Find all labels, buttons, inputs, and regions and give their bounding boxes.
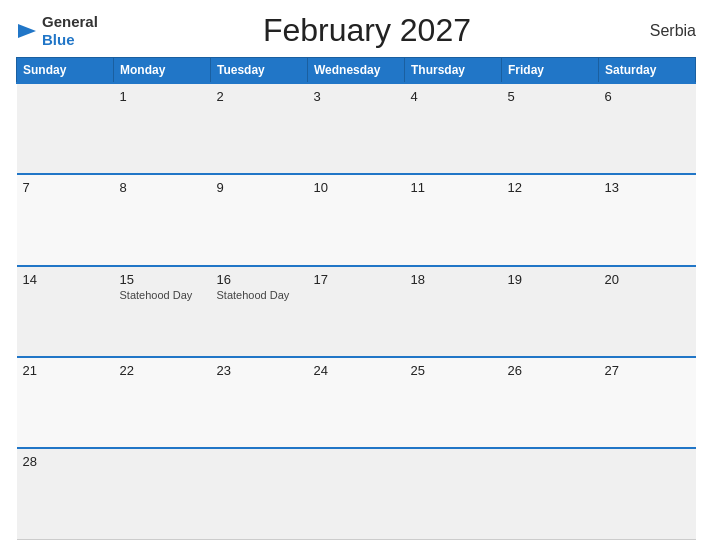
calendar-cell: 9 xyxy=(211,174,308,265)
calendar-cell xyxy=(211,448,308,539)
day-number: 23 xyxy=(217,363,302,378)
calendar-cell xyxy=(405,448,502,539)
calendar-cell xyxy=(502,448,599,539)
calendar-cell xyxy=(308,448,405,539)
day-number: 16 xyxy=(217,272,302,287)
calendar-body: 123456789101112131415Statehood Day16Stat… xyxy=(17,83,696,540)
calendar-week-row: 78910111213 xyxy=(17,174,696,265)
calendar-event: Statehood Day xyxy=(217,289,302,301)
calendar-cell: 13 xyxy=(599,174,696,265)
col-header-thursday: Thursday xyxy=(405,58,502,84)
logo-general-text: General xyxy=(42,13,98,30)
calendar-cell: 2 xyxy=(211,83,308,174)
logo-text: General Blue xyxy=(42,13,98,49)
header: General Blue February 2027 Serbia xyxy=(16,12,696,49)
col-header-friday: Friday xyxy=(502,58,599,84)
day-number: 4 xyxy=(411,89,496,104)
calendar-cell: 14 xyxy=(17,266,114,357)
calendar-cell: 20 xyxy=(599,266,696,357)
calendar-week-row: 28 xyxy=(17,448,696,539)
logo-blue-text: Blue xyxy=(42,31,75,48)
col-header-sunday: Sunday xyxy=(17,58,114,84)
calendar-cell xyxy=(114,448,211,539)
calendar-cell: 23 xyxy=(211,357,308,448)
day-number: 7 xyxy=(23,180,108,195)
day-number: 18 xyxy=(411,272,496,287)
day-number: 17 xyxy=(314,272,399,287)
calendar-cell: 4 xyxy=(405,83,502,174)
calendar-header-row: SundayMondayTuesdayWednesdayThursdayFrid… xyxy=(17,58,696,84)
calendar-cell: 15Statehood Day xyxy=(114,266,211,357)
calendar-cell: 25 xyxy=(405,357,502,448)
calendar-week-row: 123456 xyxy=(17,83,696,174)
day-number: 2 xyxy=(217,89,302,104)
day-number: 21 xyxy=(23,363,108,378)
day-number: 26 xyxy=(508,363,593,378)
day-number: 24 xyxy=(314,363,399,378)
day-number: 3 xyxy=(314,89,399,104)
calendar-cell: 8 xyxy=(114,174,211,265)
calendar-week-row: 1415Statehood Day16Statehood Day17181920 xyxy=(17,266,696,357)
day-number: 19 xyxy=(508,272,593,287)
day-number: 22 xyxy=(120,363,205,378)
calendar-cell xyxy=(599,448,696,539)
col-header-saturday: Saturday xyxy=(599,58,696,84)
svg-marker-0 xyxy=(18,24,36,38)
logo: General Blue xyxy=(16,13,98,49)
calendar-cell: 5 xyxy=(502,83,599,174)
day-number: 11 xyxy=(411,180,496,195)
day-number: 15 xyxy=(120,272,205,287)
day-number: 8 xyxy=(120,180,205,195)
day-number: 13 xyxy=(605,180,690,195)
calendar-cell: 22 xyxy=(114,357,211,448)
calendar-cell: 1 xyxy=(114,83,211,174)
logo-icon xyxy=(16,20,38,42)
calendar-cell: 19 xyxy=(502,266,599,357)
calendar-cell: 17 xyxy=(308,266,405,357)
calendar-title: February 2027 xyxy=(98,12,636,49)
day-number: 6 xyxy=(605,89,690,104)
calendar-cell: 7 xyxy=(17,174,114,265)
day-number: 28 xyxy=(23,454,108,469)
calendar-event: Statehood Day xyxy=(120,289,205,301)
day-number: 10 xyxy=(314,180,399,195)
calendar-cell: 24 xyxy=(308,357,405,448)
day-number: 25 xyxy=(411,363,496,378)
country-label: Serbia xyxy=(636,22,696,40)
col-header-tuesday: Tuesday xyxy=(211,58,308,84)
calendar-cell: 26 xyxy=(502,357,599,448)
calendar-cell: 6 xyxy=(599,83,696,174)
day-number: 27 xyxy=(605,363,690,378)
calendar-week-row: 21222324252627 xyxy=(17,357,696,448)
calendar-cell: 27 xyxy=(599,357,696,448)
day-number: 14 xyxy=(23,272,108,287)
calendar-table: SundayMondayTuesdayWednesdayThursdayFrid… xyxy=(16,57,696,540)
col-header-monday: Monday xyxy=(114,58,211,84)
calendar-cell: 3 xyxy=(308,83,405,174)
day-number: 12 xyxy=(508,180,593,195)
calendar-cell: 11 xyxy=(405,174,502,265)
day-number: 5 xyxy=(508,89,593,104)
col-header-wednesday: Wednesday xyxy=(308,58,405,84)
calendar-cell: 28 xyxy=(17,448,114,539)
calendar-cell: 16Statehood Day xyxy=(211,266,308,357)
calendar-cell: 21 xyxy=(17,357,114,448)
calendar-cell: 12 xyxy=(502,174,599,265)
day-number: 9 xyxy=(217,180,302,195)
calendar-cell: 10 xyxy=(308,174,405,265)
calendar-cell: 18 xyxy=(405,266,502,357)
page: General Blue February 2027 Serbia Sunday… xyxy=(0,0,712,550)
day-number: 20 xyxy=(605,272,690,287)
day-number: 1 xyxy=(120,89,205,104)
calendar-cell xyxy=(17,83,114,174)
